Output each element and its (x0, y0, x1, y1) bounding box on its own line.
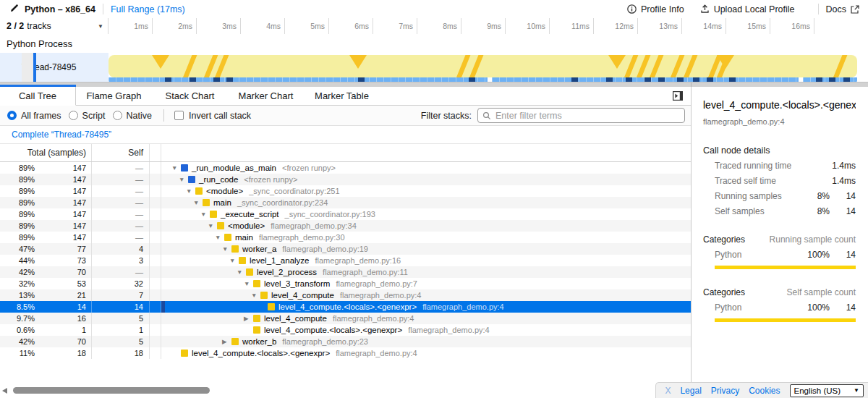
marker-slash-icon[interactable] (683, 55, 699, 77)
table-row[interactable]: 32%5332▼level_3_transformflamegraph_demo… (0, 278, 691, 289)
collapse-icon[interactable]: ▼ (229, 257, 239, 264)
marker-triangle-icon[interactable] (608, 55, 626, 69)
table-row[interactable]: 42%70—▼level_2_processflamegraph_demo.py… (0, 266, 691, 278)
tab-call-tree[interactable]: Call Tree (0, 87, 76, 106)
activity-band[interactable] (109, 55, 857, 77)
collapse-icon[interactable]: ▼ (171, 164, 181, 172)
table-row[interactable]: 13%217▼level_4_computeflamegraph_demo.py… (0, 289, 691, 301)
collapse-icon[interactable]: ▼ (186, 187, 195, 195)
table-row[interactable]: 89%147—▼main_sync_coordinator.py:234 (0, 197, 691, 208)
edit-profile-name-icon[interactable] (10, 4, 19, 14)
radio-script[interactable] (69, 111, 78, 120)
panel-tabs: Call TreeFlame GraphStack ChartMarker Ch… (0, 87, 691, 106)
indent-spacer (161, 342, 222, 342)
breadcrumb[interactable]: Complete “Thread-78495” (12, 130, 111, 140)
process-label: Python Process (7, 38, 72, 49)
table-row[interactable]: 42%705▶worker_bflamegraph_demo.py:23 (0, 336, 691, 347)
table-row[interactable]: 47%774▼worker_aflamegraph_demo.py:19 (0, 243, 691, 255)
total-count: 70 (35, 268, 91, 276)
collapse-icon[interactable]: ▼ (251, 292, 260, 299)
table-row[interactable]: 89%147—▼_execute_script_sync_coordinator… (0, 208, 691, 220)
thread-activity-graph[interactable] (109, 53, 868, 82)
footer-link-legal[interactable]: Legal (680, 386, 701, 396)
table-row[interactable]: 0.6%11level_4_compute.<locals>.<genexpr>… (0, 324, 691, 336)
table-row[interactable]: 89%147—▼_run_module_as_main<frozen runpy… (0, 162, 691, 174)
marker-slash-icon[interactable] (670, 55, 686, 77)
collapse-icon[interactable]: ▼ (179, 176, 188, 183)
language-select[interactable]: English (US) ▼ (790, 384, 864, 397)
collapse-icon[interactable]: ▼ (244, 280, 253, 287)
expand-icon[interactable]: ▶ (222, 338, 231, 345)
tab-flame-graph[interactable]: Flame Graph (76, 87, 152, 105)
collapse-icon[interactable]: ▼ (215, 234, 224, 241)
total-percent: 8.5% (0, 302, 35, 311)
thread-track-label[interactable]: Thread-78495 (0, 53, 109, 82)
radio-label[interactable]: Native (127, 111, 152, 121)
collapse-icon[interactable]: ▼ (237, 268, 246, 276)
tab-marker-chart[interactable]: Marker Chart (228, 87, 304, 105)
marker-slash-icon[interactable] (649, 55, 665, 77)
table-row[interactable]: 11%1818level_4_compute.<locals>.<genexpr… (0, 347, 691, 359)
marker-slash-icon[interactable] (469, 55, 485, 77)
collapse-icon[interactable]: ▼ (193, 199, 203, 206)
docs-button[interactable]: Docs (826, 4, 859, 14)
collapse-icon[interactable]: ▼ (200, 211, 210, 218)
marker-triangle-icon[interactable] (349, 55, 367, 69)
category-bar (715, 318, 856, 322)
column-total[interactable]: Total (samples) (0, 144, 92, 161)
cell-total: 89%147 (0, 197, 92, 208)
cell-total: 89%147 (0, 208, 92, 220)
radio-native[interactable] (113, 111, 122, 120)
total-percent: 32% (0, 279, 35, 288)
invert-call-stack-label[interactable]: Invert call stack (189, 111, 251, 121)
categories-heading-row: CategoriesSelf sample count (703, 287, 856, 297)
category-square-icon (231, 338, 239, 345)
tab-stack-chart[interactable]: Stack Chart (152, 87, 228, 105)
column-self[interactable]: Self (92, 144, 150, 161)
upload-profile-button[interactable]: Upload Local Profile (700, 4, 795, 14)
process-track-header[interactable]: Python Process (0, 34, 868, 54)
footer-link-privacy[interactable]: Privacy (711, 386, 739, 396)
collapse-icon[interactable]: ▼ (208, 222, 217, 229)
indent-spacer (161, 249, 222, 250)
info-icon (627, 4, 637, 14)
profile-info-button[interactable]: Profile Info (627, 4, 684, 14)
function-name: _execute_script (221, 210, 279, 219)
marker-slash-icon[interactable] (456, 55, 472, 77)
footer-link-cookies[interactable]: Cookies (749, 386, 780, 396)
table-row[interactable]: 89%147—▼<module>flamegraph_demo.py:34 (0, 220, 691, 232)
filter-stacks-input[interactable] (494, 110, 684, 122)
collapse-icon[interactable]: ▼ (222, 245, 231, 253)
table-row[interactable]: 89%147—▼_run_code<frozen runpy> (0, 174, 691, 185)
full-range-button[interactable]: Full Range (17ms) (111, 4, 185, 14)
footer-close-button[interactable]: X (665, 386, 671, 396)
table-row[interactable]: 89%147—▼<module>_sync_coordinator.py:251 (0, 185, 691, 197)
total-count: 147 (35, 221, 91, 230)
metric-label: Running samples (715, 191, 799, 201)
open-sidebar-toggle-icon[interactable] (673, 91, 683, 101)
upload-icon (700, 4, 710, 14)
marker-slash-icon[interactable] (833, 55, 848, 77)
table-row[interactable]: 9.7%165▶level_4_computeflamegraph_demo.p… (0, 313, 691, 324)
track-reorder-gutter[interactable] (22, 53, 33, 82)
expand-icon[interactable]: ▶ (244, 315, 253, 322)
table-row[interactable]: 8.5%1414level_4_compute.<locals>.<genexp… (0, 301, 691, 313)
scrollbar-thumb[interactable] (13, 387, 210, 394)
table-row[interactable]: 89%147—▼mainflamegraph_demo.py:30 (0, 232, 691, 243)
indent-spacer (161, 295, 251, 296)
tracks-visibility-dropdown[interactable]: 2 / 2 tracks ▼ (0, 18, 109, 34)
radio-label[interactable]: Script (82, 111, 106, 121)
invert-call-stack-checkbox[interactable] (174, 111, 184, 120)
tab-marker-table[interactable]: Marker Table (304, 87, 380, 105)
marker-slash-icon[interactable] (636, 55, 652, 77)
table-row[interactable]: 44%733▼level_1_analyzeflamegraph_demo.py… (0, 255, 691, 266)
metric-label: Traced self time (715, 176, 799, 186)
cell-category-strip (150, 185, 161, 197)
radio-label[interactable]: All frames (21, 111, 61, 121)
file-location: _sync_coordinator.py:234 (237, 198, 328, 207)
category-square-icon (253, 326, 260, 334)
marker-slash-icon[interactable] (182, 55, 198, 77)
radio-all-frames[interactable] (7, 111, 17, 120)
marker-triangle-icon[interactable] (152, 55, 169, 69)
scroll-left-arrow-icon[interactable] (2, 388, 7, 394)
